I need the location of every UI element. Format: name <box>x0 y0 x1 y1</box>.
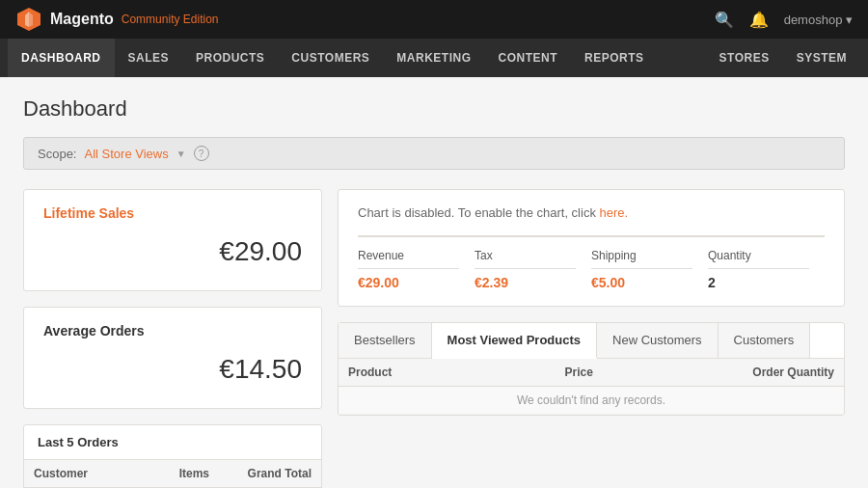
user-menu[interactable]: demoshop ▾ <box>784 13 853 27</box>
top-bar-right: 🔍 🔔 demoshop ▾ <box>715 11 853 29</box>
tab-customers[interactable]: Customers <box>719 323 811 358</box>
chart-disabled-msg: Chart is disabled. To enable the chart, … <box>358 205 825 220</box>
col-product: Product <box>339 359 489 387</box>
nav-item-customers[interactable]: CUSTOMERS <box>278 39 383 77</box>
page-content: Dashboard Scope: All Store Views ▼ ? Lif… <box>0 77 868 488</box>
nav-right: STORES SYSTEM <box>706 39 860 77</box>
nav-item-sales[interactable]: SALES <box>115 39 183 77</box>
col-items: Items <box>158 460 219 488</box>
logo-area: Magento Community Edition <box>15 6 219 33</box>
nav-bar: DASHBOARD SALES PRODUCTS CUSTOMERS MARKE… <box>0 39 868 77</box>
nav-item-content[interactable]: CONTENT <box>484 39 571 77</box>
left-column: Lifetime Sales €29.00 Average Orders €14… <box>23 189 322 488</box>
tab-table-header: Product Price Order Quantity <box>339 359 844 387</box>
last5orders-table: Customer Items Grand Total Veronica Cost… <box>24 460 321 488</box>
tab-most-viewed-products[interactable]: Most Viewed Products <box>432 323 597 359</box>
nav-item-stores[interactable]: STORES <box>706 39 783 77</box>
tab-new-customers[interactable]: New Customers <box>597 323 718 358</box>
metric-quantity-value: 2 <box>708 275 809 290</box>
metric-shipping-value: €5.00 <box>591 275 692 290</box>
nav-item-marketing[interactable]: MARKETING <box>383 39 484 77</box>
metric-revenue-value: €29.00 <box>358 275 459 290</box>
scope-help-icon[interactable]: ? <box>194 146 209 161</box>
lifetime-sales-value: €29.00 <box>43 229 302 275</box>
last5orders-box: Last 5 Orders Customer Items Grand Total… <box>23 424 322 488</box>
metric-shipping: Shipping €5.00 <box>591 249 708 290</box>
top-bar: Magento Community Edition 🔍 🔔 demoshop ▾ <box>0 0 868 39</box>
col-price: Price <box>489 359 603 387</box>
notification-icon[interactable]: 🔔 <box>749 11 769 29</box>
metric-shipping-label: Shipping <box>591 249 692 269</box>
last5orders-header-row: Customer Items Grand Total <box>24 460 321 488</box>
magento-logo-icon <box>15 6 42 33</box>
average-orders-title: Average Orders <box>43 323 302 339</box>
right-column: Chart is disabled. To enable the chart, … <box>338 189 845 488</box>
search-icon[interactable]: 🔍 <box>715 11 734 29</box>
last5orders-title: Last 5 Orders <box>24 425 321 460</box>
nav-item-system[interactable]: SYSTEM <box>783 39 860 77</box>
lifetime-sales-box: Lifetime Sales €29.00 <box>23 189 322 291</box>
tab-content: Product Price Order Quantity We couldn't… <box>339 359 844 415</box>
scope-label: Scope: <box>38 147 76 161</box>
scope-bar: Scope: All Store Views ▼ ? <box>23 137 845 170</box>
metric-quantity: Quantity 2 <box>708 249 825 290</box>
nav-item-dashboard[interactable]: DASHBOARD <box>8 39 115 77</box>
dashboard-grid: Lifetime Sales €29.00 Average Orders €14… <box>23 189 845 488</box>
metric-revenue-label: Revenue <box>358 249 459 269</box>
col-grand-total: Grand Total <box>219 460 321 488</box>
tab-bestsellers[interactable]: Bestsellers <box>339 323 432 358</box>
lifetime-sales-title: Lifetime Sales <box>43 205 302 221</box>
chart-box: Chart is disabled. To enable the chart, … <box>338 189 845 307</box>
metrics-row: Revenue €29.00 Tax €2.39 Shipping €5.00 … <box>358 235 825 290</box>
nav-left: DASHBOARD SALES PRODUCTS CUSTOMERS MARKE… <box>8 39 658 77</box>
scope-value[interactable]: All Store Views <box>84 147 168 161</box>
page-title: Dashboard <box>23 96 845 122</box>
average-orders-box: Average Orders €14.50 <box>23 307 322 409</box>
table-row: We couldn't find any records. <box>339 387 844 415</box>
edition-text: Community Edition <box>122 13 219 26</box>
metric-quantity-label: Quantity <box>708 249 809 269</box>
nav-item-reports[interactable]: REPORTS <box>571 39 658 77</box>
logo-text: Magento <box>50 11 114 28</box>
chart-enable-link[interactable]: here. <box>600 205 629 220</box>
metric-tax: Tax €2.39 <box>475 249 591 290</box>
col-order-quantity: Order Quantity <box>603 359 844 387</box>
tab-no-records-msg: We couldn't find any records. <box>339 387 844 415</box>
nav-item-products[interactable]: PRODUCTS <box>182 39 278 77</box>
tab-table: Product Price Order Quantity We couldn't… <box>339 359 844 415</box>
scope-dropdown-icon[interactable]: ▼ <box>176 149 186 159</box>
metric-tax-value: €2.39 <box>475 275 576 290</box>
tabs-header: Bestsellers Most Viewed Products New Cus… <box>339 323 844 359</box>
metric-tax-label: Tax <box>475 249 576 269</box>
col-customer: Customer <box>24 460 158 488</box>
metric-revenue: Revenue €29.00 <box>358 249 475 290</box>
average-orders-value: €14.50 <box>43 346 302 393</box>
tabs-box: Bestsellers Most Viewed Products New Cus… <box>338 322 845 416</box>
